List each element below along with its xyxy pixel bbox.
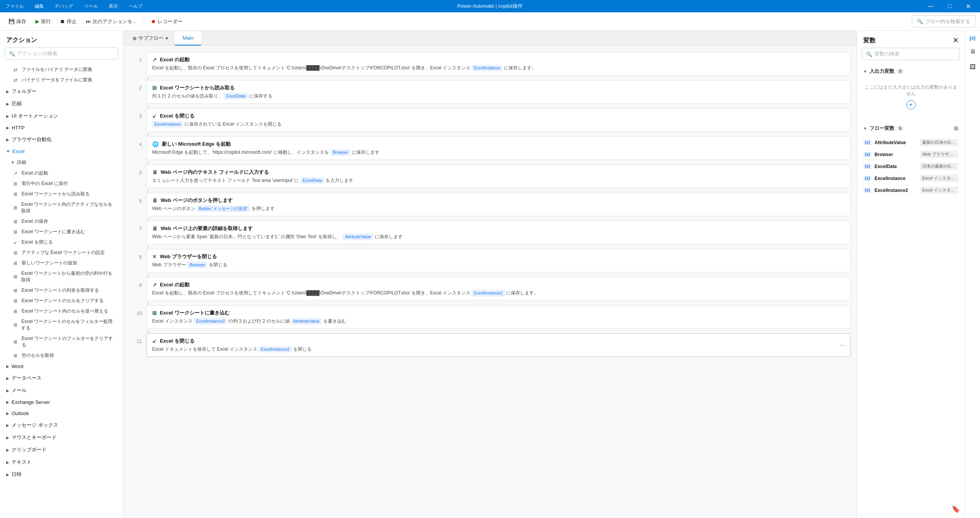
actions-panel: アクション 🔍 アクションの検索 ⇄ ファイルをバイナリ データに変換 ⇄ バイ… <box>0 31 123 518</box>
category-word-header[interactable]: ▶ Word <box>0 361 123 372</box>
flow-vars-count: 5 <box>897 126 904 131</box>
image-icon[interactable]: 🖼 <box>967 61 979 73</box>
bookmark-icon[interactable]: 🔖 <box>951 505 960 513</box>
step-number-10: 10 <box>129 305 142 316</box>
step-desc-11: Excel ドキュメントを保存して Excel インスタンス ExcelInst… <box>152 346 845 353</box>
action-excel-set-active[interactable]: ⊞ アクティブな Excel ワークシートの設定 <box>0 247 123 258</box>
step-card-3[interactable]: ↙ Excel を閉じる ExcelInstance に保存されている Exce… <box>146 108 851 132</box>
step-card-9[interactable]: ↗ Excel の起動 Excel を起動し、既存の Excel プロセスを使用… <box>146 277 851 301</box>
category-http-header[interactable]: ▶ HTTP <box>0 122 123 133</box>
flow-step-7: 7 🖥 Web ページ上の要素の詳細を取得します Web ページから要素 Spa… <box>129 221 851 244</box>
category-text-header[interactable]: ▶ テキスト <box>0 456 123 468</box>
var-value: Web ブラウザー インス... <box>920 151 958 158</box>
filter-icon[interactable]: ⊞ <box>954 125 958 131</box>
action-excel-read[interactable]: ⊞ Excel ワークシートから読み取る <box>0 189 123 199</box>
minimize-button[interactable]: — <box>922 0 940 12</box>
stop-button[interactable]: ⏹ 停止 <box>56 16 81 27</box>
step-desc-10: Excel インスタンス ExcelInstance2 の列 3 および行 2 … <box>152 318 845 325</box>
save-icon: 💾 <box>8 18 15 24</box>
action-item-file-convert[interactable]: ⇄ ファイルをバイナリ データに変換 <box>0 64 123 75</box>
step-card-11[interactable]: ↙ Excel を閉じる Excel ドキュメントを保存して Excel インス… <box>146 333 851 357</box>
step-card-7[interactable]: 🖥 Web ページ上の要素の詳細を取得します Web ページから要素 Span … <box>146 221 851 244</box>
step-number-3: 3 <box>129 108 142 119</box>
flow-var-item[interactable]: {x} ExcelData 日本の最新のGDP数... <box>862 160 960 172</box>
flow-var-item[interactable]: {x} ExcelInstance2 Excel インスタンス <box>862 184 960 196</box>
category-exchange-header[interactable]: ▶ Exchange Server <box>0 397 123 408</box>
action-excel-write[interactable]: ⊞ Excel ワークシートに書き込む <box>0 227 123 237</box>
action-excel-clear-cell[interactable]: ⊞ Excel ワークシートのセルをクリアする <box>0 296 123 306</box>
step-card-10[interactable]: ⊞ Excel ワークシートに書き込む Excel インスタンス ExcelIn… <box>146 305 851 329</box>
category-database-header[interactable]: ▶ データベース <box>0 372 123 384</box>
action-excel-attach[interactable]: ⊞ 実行中の Excel に添付 <box>0 178 123 189</box>
add-variable-button[interactable]: + <box>906 100 916 109</box>
category-excel-header[interactable]: ▼ Excel <box>0 146 123 157</box>
category-datetime-header[interactable]: ▶ 日時 <box>0 468 123 481</box>
menu-file[interactable]: ファイル <box>3 2 26 11</box>
action-excel-sort-cell[interactable]: ⊞ Excel ワークシート内のセルを並べ替える <box>0 306 123 316</box>
step-card-1[interactable]: ↗ Excel の起動 Excel を起動し、既存の Excel プロセスを使用… <box>146 52 851 76</box>
step-card-8[interactable]: ✕ Web ブラウザーを閉じる Web ブラウザー Browser を閉じる <box>146 249 851 272</box>
flow-var-item[interactable]: {x} ExcelInstance Excel インスタンス <box>862 172 960 184</box>
flow-vars-section: ▼ フロー変数 5 ⊞ {x} AttributeValue 最新の日本のGDP… <box>857 122 965 198</box>
actions-title: アクション <box>0 31 123 47</box>
save-button[interactable]: 💾 保存 <box>5 16 30 27</box>
tab-main[interactable]: Main <box>175 31 201 45</box>
action-excel-col-name[interactable]: ⊞ Excel ワークシートの列名を取得する <box>0 285 123 296</box>
step-card-2[interactable]: ⊞ Excel ワークシートから読み取る 列 1 行 2 のセルの値を読み取り、… <box>146 80 851 104</box>
action-item-binary-convert[interactable]: ⇄ バイナリ データをファイルに変換 <box>0 75 123 85</box>
var-badge: {x} <box>863 188 871 193</box>
category-browser-auto-header[interactable]: ▶ ブラウザー自動化 <box>0 133 123 146</box>
subcategory-detail-header[interactable]: ▼ 詳細 <box>0 157 123 168</box>
ui-element-icon[interactable]: 🖥 <box>967 45 979 58</box>
flow-var-item[interactable]: {x} AttributeValue 最新の日本のGDP数... <box>862 136 960 148</box>
action-excel-filter[interactable]: ⊞ Excel ワークシートのセルをフィルター処理する <box>0 316 123 333</box>
category-message-box-header[interactable]: ▶ メッセージ ボックス <box>0 419 123 431</box>
step-card-6[interactable]: 🖥 Web ページのボタンを押します Web ページのボタン Button 'メ… <box>146 193 851 216</box>
menu-debug[interactable]: デバッグ <box>52 2 76 11</box>
chevron-down-icon: ▼ <box>863 69 867 74</box>
category-mouse-keyboard-header[interactable]: ▶ マウスとキーボード <box>0 431 123 444</box>
variables-side-icon[interactable]: {x} <box>968 34 977 42</box>
run-button[interactable]: ▶ 実行 <box>32 16 55 27</box>
category-ui-automation-header[interactable]: ▶ UI オートメーション <box>0 110 123 122</box>
flow-step-11: 11 ↙ Excel を閉じる Excel ドキュメントを保存して Excel … <box>129 333 851 357</box>
action-excel-active-cell[interactable]: ⊞ Excel ワークシート内のアクティブなセルを取得 <box>0 199 123 216</box>
action-excel-add-sheet[interactable]: ⊞ 新しいワークシートの追加 <box>0 258 123 268</box>
category-mail-header[interactable]: ▶ メール <box>0 384 123 397</box>
action-excel-close[interactable]: ↙ Excel を閉じる <box>0 237 123 247</box>
step-card-5[interactable]: 🖥 Web ページ内のテキスト フィールドに入力する エミュレート入力を使ってテ… <box>146 165 851 188</box>
menu-edit[interactable]: 編集 <box>32 2 46 11</box>
action-excel-launch[interactable]: ↗ Excel の起動 <box>0 168 123 178</box>
actions-list: ⇄ ファイルをバイナリ データに変換 ⇄ バイナリ データをファイルに変換 ▶ … <box>0 63 123 518</box>
action-excel-clear-filter[interactable]: ⊞ Excel ワークシートのフィルターをクリアする <box>0 333 123 350</box>
variables-close-button[interactable]: ✕ <box>953 36 958 45</box>
step-card-4[interactable]: 🌐 新しい Microsoft Edge を起動 Microsoft Edge … <box>146 136 851 160</box>
flow-search-box[interactable]: 🔍 フロー内を検索する <box>912 15 975 28</box>
step-more-button-11[interactable]: ⋯ <box>838 341 847 350</box>
subflow-button[interactable]: ⊕ サブフロー ▼ <box>128 31 173 45</box>
menu-tools[interactable]: ツール <box>82 2 100 11</box>
category-clipboard-header[interactable]: ▶ クリップボード <box>0 444 123 456</box>
next-action-button[interactable]: ⏭ 次のアクションを... <box>82 16 141 27</box>
save-icon: ⊞ <box>12 219 18 224</box>
close-button[interactable]: ✕ <box>959 0 977 12</box>
flow-vars-header[interactable]: ▼ フロー変数 5 ⊞ <box>857 122 965 135</box>
input-output-header[interactable]: ▼ 入出力変数 0 <box>857 65 965 78</box>
recorder-button[interactable]: ⏺ レコーダー <box>147 16 186 27</box>
browser-tag-8: Browser <box>187 262 207 268</box>
variables-search-box[interactable]: 🔍 変数の検索 <box>862 48 960 60</box>
category-outlook-header[interactable]: ▶ Outlook <box>0 408 123 419</box>
attach-icon: ⊞ <box>12 181 18 187</box>
menu-help[interactable]: ヘルプ <box>126 2 145 11</box>
flow-var-item[interactable]: {x} Browser Web ブラウザー インス... <box>862 148 960 160</box>
close-icon: ↙ <box>12 240 18 245</box>
action-excel-empty-cell[interactable]: ⊞ 空のセルを取得 <box>0 350 123 361</box>
excel-close-icon-11: ↙ <box>152 338 157 344</box>
category-folder-header[interactable]: ▶ フォルダー <box>0 85 123 98</box>
actions-search-box[interactable]: 🔍 アクションの検索 <box>5 47 118 60</box>
action-excel-first-empty[interactable]: ⊞ Excel ワークシートから最初の空の列や行を取得 <box>0 268 123 285</box>
action-excel-save[interactable]: ⊞ Excel の保存 <box>0 216 123 227</box>
menu-view[interactable]: 表示 <box>106 2 120 11</box>
maximize-button[interactable]: □ <box>941 0 958 12</box>
category-compression-header[interactable]: ▶ 圧縮 <box>0 98 123 110</box>
